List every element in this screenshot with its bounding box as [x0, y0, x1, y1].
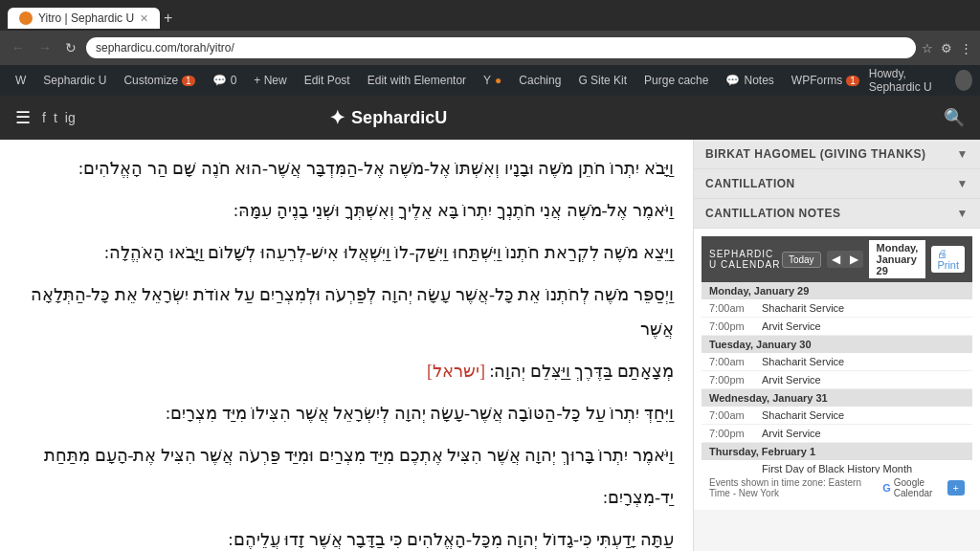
- extension-icon[interactable]: ⚙: [941, 41, 952, 55]
- cantillation-notes-label: CANTILLATION NOTES: [705, 207, 840, 220]
- tab-close-btn[interactable]: ✕: [140, 12, 148, 25]
- site-header: ☰ f t ig ✦ SephardicU 🔍: [0, 96, 980, 140]
- forward-button[interactable]: →: [34, 38, 56, 57]
- customize-badge: 1: [182, 76, 195, 86]
- birkat-hagomel-header[interactable]: BIRKAT HAGOMEL (GIVING THANKS) ▼: [694, 140, 980, 168]
- howdy-section: Howdy, Sephardic U: [869, 67, 972, 94]
- cantillation-label: CANTILLATION: [705, 177, 795, 190]
- event-time: 7:00pm: [709, 374, 762, 386]
- logo-text: SephardicU: [351, 108, 447, 128]
- site-kit-label: G Site Kit: [578, 74, 627, 87]
- star-icon[interactable]: ☆: [922, 41, 933, 55]
- howdy-text: Howdy, Sephardic U: [869, 67, 952, 94]
- edit-post-label: Edit Post: [304, 74, 350, 87]
- calendar-widget: SEPHARDIC U CALENDAR Today ◀ ▶ Monday, J…: [694, 229, 980, 510]
- active-tab[interactable]: Yitro | Sephardic U ✕: [8, 8, 160, 29]
- calendar-print-button[interactable]: 🖨 Print: [931, 246, 965, 273]
- cantillation-notes-header[interactable]: CANTILLATION NOTES ▼: [694, 199, 980, 228]
- calendar-events: Monday, January 29 7:00am Shacharit Serv…: [702, 282, 972, 474]
- new-tab-button[interactable]: +: [164, 10, 172, 27]
- israel-link[interactable]: [ישראל]: [427, 362, 485, 381]
- event-time: 7:00am: [709, 356, 762, 367]
- wpforms-badge: 1: [846, 76, 859, 86]
- address-input[interactable]: [86, 37, 916, 58]
- calendar-title-row: SEPHARDIC U CALENDAR: [709, 249, 782, 270]
- event-time: 7:00pm: [709, 428, 762, 439]
- calendar-today-button[interactable]: Today: [782, 252, 821, 268]
- instagram-icon[interactable]: ig: [65, 110, 76, 125]
- wpforms-item[interactable]: WPForms 1: [784, 65, 867, 96]
- main-layout: וַיָּבֹא יִתְרוֹ חֹתֵן מֹשֶׁה וּבָנָיו ו…: [0, 140, 980, 551]
- calendar-day-wednesday: Wednesday, January 31: [702, 389, 972, 407]
- list-item: 7:00am Shacharit Service: [702, 407, 972, 425]
- wpforms-label: WPForms: [791, 74, 842, 87]
- notes-icon: 💬: [725, 74, 740, 87]
- list-item: 7:00am Shacharit Service: [702, 353, 972, 371]
- torah-line-7: וַיֹּאמֶר יִתְרוֹ בָּרוּךְ יְהוָה אֲשֶׁר…: [19, 438, 674, 473]
- tab-favicon: [19, 11, 33, 25]
- site-logo[interactable]: ✦ SephardicU: [329, 106, 447, 129]
- torah-line-8: יַד-מִצְרָיִם:: [19, 480, 674, 515]
- purge-cache-label: Purge cache: [644, 74, 708, 87]
- yoast-icon: Y: [483, 74, 491, 87]
- calendar-prev-button[interactable]: ◀: [827, 251, 845, 268]
- new-label: + New: [254, 74, 286, 87]
- cantillation-chevron-icon: ▼: [957, 177, 969, 190]
- event-name: Arvit Service: [762, 320, 821, 332]
- edit-post-item[interactable]: Edit Post: [297, 65, 358, 96]
- caching-item[interactable]: Caching: [511, 65, 568, 96]
- google-g-icon: G: [882, 482, 891, 494]
- wp-icon: W: [15, 74, 26, 87]
- calendar-next-button[interactable]: ▶: [845, 251, 863, 268]
- yoast-dot: ●: [495, 74, 501, 87]
- cantillation-header[interactable]: CANTILLATION ▼: [694, 169, 980, 198]
- address-bar: ← → ↻ ☆ ⚙ ⋮: [0, 31, 980, 65]
- torah-line-2: וַיֹּאמֶר אֶל-מֹשֶׁה אֲנִי חֹתֶנְךָ יִתְ…: [19, 193, 674, 228]
- torah-line-4: וַיְסַפֵּר מֹשֶׁה לְחֹתְנוֹ אֵת כָּל-אֲש…: [19, 277, 674, 346]
- facebook-icon[interactable]: f: [42, 110, 46, 125]
- back-button[interactable]: ←: [8, 38, 29, 57]
- social-icons: f t ig: [42, 110, 76, 125]
- comments-item[interactable]: 💬 0: [205, 65, 245, 96]
- calendar-title: SEPHARDIC U CALENDAR: [709, 249, 782, 270]
- event-time: 7:00am: [709, 302, 762, 314]
- site-kit-item[interactable]: G Site Kit: [570, 65, 635, 96]
- calendar-header: SEPHARDIC U CALENDAR Today ◀ ▶ Monday, J…: [702, 236, 972, 282]
- purge-cache-item[interactable]: Purge cache: [636, 65, 716, 96]
- menu-icon[interactable]: ⋮: [960, 41, 972, 55]
- torah-text: וַיָּבֹא יִתְרוֹ חֹתֵן מֹשֶׁה וּבָנָיו ו…: [19, 151, 674, 551]
- google-calendar-link[interactable]: G Google Calendar: [882, 477, 947, 498]
- torah-line-5: מְצָאָתַם בַּדֶּרֶךְ וַיַּצִּלֵם יְהוָה:…: [19, 354, 674, 388]
- notes-item[interactable]: 💬 Notes: [718, 65, 781, 96]
- calendar-add-button[interactable]: +: [947, 480, 965, 496]
- elementor-item[interactable]: Edit with Elementor: [360, 65, 474, 96]
- comments-count: 0: [231, 74, 237, 87]
- refresh-button[interactable]: ↻: [61, 38, 80, 57]
- yoast-item[interactable]: Y ●: [476, 65, 509, 96]
- list-item: 7:00pm Arvit Service: [702, 425, 972, 443]
- wp-admin-bar: W Sephardic U Customize 1 💬 0 + New Edit…: [0, 65, 980, 96]
- cantillation-notes-chevron-icon: ▼: [957, 207, 969, 220]
- elementor-label: Edit with Elementor: [368, 74, 466, 87]
- event-time: [709, 463, 762, 474]
- event-time: 7:00am: [709, 409, 762, 421]
- calendar-day-tuesday: Tuesday, January 30: [702, 336, 972, 353]
- new-item[interactable]: + New: [246, 65, 294, 96]
- customize-item[interactable]: Customize 1: [116, 65, 202, 96]
- calendar-day-thursday: Thursday, February 1: [702, 443, 972, 460]
- list-item: 7:00am Shacharit Service: [702, 299, 972, 318]
- list-item: 7:00pm Arvit Service: [702, 371, 972, 389]
- birkat-hagomel-label: BIRKAT HAGOMEL (GIVING THANKS): [705, 147, 926, 161]
- birkat-hagomel-section: BIRKAT HAGOMEL (GIVING THANKS) ▼: [694, 140, 980, 169]
- torah-line-6: וַיִּחַדְּ יִתְרוֹ עַל כָּל-הַטּוֹבָה אֲ…: [19, 396, 674, 430]
- twitter-icon[interactable]: t: [54, 110, 57, 125]
- search-icon[interactable]: 🔍: [944, 107, 965, 128]
- avatar: [955, 70, 972, 91]
- event-time: 7:00pm: [709, 320, 762, 332]
- wp-logo-item[interactable]: W: [8, 65, 33, 96]
- hamburger-menu[interactable]: ☰: [15, 107, 31, 128]
- sephardic-u-item[interactable]: Sephardic U: [35, 65, 114, 96]
- tab-title: Yitro | Sephardic U: [38, 11, 134, 25]
- right-sidebar: BIRKAT HAGOMEL (GIVING THANKS) ▼ CANTILL…: [693, 140, 980, 551]
- event-name: Shacharit Service: [762, 302, 844, 314]
